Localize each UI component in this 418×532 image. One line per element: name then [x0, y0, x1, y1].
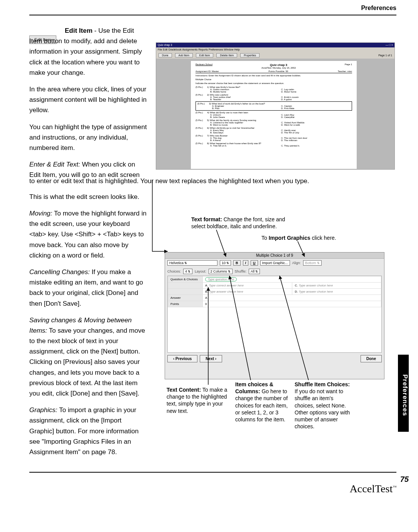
ss2-title: Multiple Choice 1 of 9	[165, 253, 384, 259]
ss1-assign-id: Assignment ID: Master	[196, 70, 219, 72]
ss2-import-graphic-button[interactable]: Import Graphic...	[260, 260, 290, 266]
para-saving: Saving changes & Moving between Items: T…	[29, 315, 148, 399]
ss1-school: Renleam School	[196, 63, 212, 70]
page-number: 75	[400, 475, 409, 484]
ss1-titlebar: Quiz chap 3 — □ ×	[156, 43, 394, 47]
para-cancel-em: Cancelling Changes:	[29, 268, 90, 276]
rule-bottom	[29, 472, 396, 473]
para-moving-rest: To move the highlight forward in the edi…	[29, 210, 147, 259]
ss1-question-row: (5 Pts.)4) What did Emily use to mow the…	[196, 111, 352, 118]
ss1-edit-item-button[interactable]: Edit Item	[196, 53, 214, 57]
ss1-question-row: (5 Pts.)5) What did the family do every …	[196, 119, 352, 126]
para-enter-edit-em: Enter & Edit Text:	[29, 161, 80, 168]
ss1-question-row: (5 Pts.)1) What was Emily's house like?A…	[196, 86, 352, 93]
ss1-toolbar: Done Add Item Edit Item Delete Item Prop…	[156, 52, 394, 59]
para-edit-item: Edit Item - Use the Edit Item button to …	[29, 25, 148, 78]
para-graphics: Graphics: To import a graphic in your as…	[29, 405, 148, 457]
ss2-opt-c-field[interactable]: Type answer choice here	[299, 284, 333, 287]
ss2-choices-select[interactable]: 4⇅	[183, 269, 192, 274]
para-moving-em: Moving:	[29, 210, 52, 217]
ss1-question-row: (5 Pts.)3) What kind of work did Emily's…	[196, 101, 352, 111]
ss2-shuffle-value: All	[251, 269, 255, 273]
ss1-properties-button[interactable]: Properties	[240, 53, 260, 57]
ss1-page-no: Page 1	[345, 63, 352, 70]
ss2-previous-button[interactable]: ‹ Previous	[167, 355, 197, 362]
ss1-delete-item-button[interactable]: Delete Item	[216, 53, 237, 57]
ss2-answer-label: Answer	[168, 295, 203, 301]
ss2-bold-button[interactable]: B	[233, 260, 241, 266]
ss1-instructions: Instructions: Enter the Assignment ID sh…	[196, 74, 352, 77]
logo-text: AccelTest	[350, 483, 393, 495]
callout-import-graphics: To Import Graphics click here.	[261, 234, 362, 241]
body-column-2: Moving: To move the highlight forward in…	[29, 208, 148, 463]
ss1-questions: (5 Pts.)1) What was Emily's house like?A…	[196, 86, 352, 147]
ss2-opt-b-field[interactable]: Type answer choice here	[209, 290, 243, 293]
para-moving: Moving: To move the highlight forward in…	[29, 208, 148, 261]
callout-text-content-bold: Text Content:	[167, 387, 201, 393]
ss2-font-select[interactable]: Helvetica⇅	[167, 260, 217, 266]
ss1-window-title: Quiz chap 3	[158, 43, 172, 47]
callout-shuffle-bold: Shuffle Item Choices:	[295, 381, 350, 387]
callout-text-format-bold: Text format:	[191, 216, 222, 222]
ss2-choices-label: Choices:	[167, 269, 181, 273]
ss2-layout-select[interactable]: 2 Columns⇅	[209, 269, 233, 274]
logo-acceltest: AccelTest™	[350, 483, 396, 495]
callout-shuffle: Shuffle Item Choices: If you do not want…	[295, 381, 352, 430]
updown-icon: ⇅	[228, 270, 231, 273]
ss2-answer-value[interactable]: A	[203, 295, 381, 301]
ss2-opt-a-field[interactable]: Type correct answer here	[209, 284, 244, 287]
ss1-question-row: (5 Pts.)2) Who was LawfordA. Town police…	[196, 94, 352, 101]
para-graphics-rest: To import a graphic in your assignment, …	[29, 406, 138, 456]
ss2-opt-c-label: C.	[295, 284, 298, 287]
ss2-underline-button[interactable]: U	[251, 260, 258, 266]
ss2-opt-d-field[interactable]: Type answer choice here	[299, 290, 333, 293]
ss1-done-button[interactable]: Done	[158, 53, 172, 57]
ss2-format-row: Helvetica⇅ 10⇅ B I U Import Graphic... A…	[165, 259, 384, 267]
ss2-next-button[interactable]: Next ›	[200, 355, 222, 362]
ss2-size-select[interactable]: 10⇅	[220, 260, 231, 266]
ss1-question-row: (5 Pts.)8) What happened to their house …	[196, 142, 352, 147]
para-edit-screen-intro: This is what the edit screen looks like.	[29, 192, 365, 202]
callout-import-graphics-pre: To	[261, 235, 269, 241]
para-highlight-type: You can highlight the type of assignment…	[29, 122, 148, 153]
ss2-opt-b-label: B.	[205, 290, 208, 293]
screenshot-edit-window: Multiple Choice 1 of 9 Helvetica⇅ 10⇅ B …	[165, 252, 384, 379]
callout-shuffle-rest: If you do not want to shuffle an item's …	[295, 388, 350, 429]
para-graphics-em: Graphics:	[29, 406, 57, 414]
ss2-italic-button[interactable]: I	[243, 260, 249, 266]
ss1-question-row: (5 Pts.)7) Who was BowserA. The dogB. A …	[196, 135, 352, 141]
updown-icon: ⇅	[317, 261, 320, 265]
ss2-align-select[interactable]: Bottom⇅	[303, 260, 322, 266]
ss2-done-button[interactable]: Done	[361, 355, 382, 362]
callout-import-graphics-bold: Import Graphics	[269, 235, 310, 241]
updown-icon: ⇅	[255, 270, 258, 273]
ss2-align-value: Bottom	[305, 261, 316, 265]
ss1-question-row: (5 Pts.)6) When did Emily go to visit he…	[196, 127, 352, 134]
ss2-align-label: Align:	[292, 261, 301, 265]
ss1-page-preview: Renleam School Quiz chap 3 AccelTest: Mo…	[191, 61, 357, 169]
para-enter-edit-wide: to enter or edit text that is highlighte…	[29, 176, 365, 186]
wide-paragraph: to enter or edit text that is highlighte…	[29, 176, 365, 207]
body-column-1: Edit Item - Use the Edit Item button to …	[29, 25, 148, 186]
ss1-window-controls: — □ ×	[386, 43, 393, 47]
ss1-quiz-date: AccelTest: Monday, July 15, 2002	[212, 67, 345, 69]
ss1-content-area: Renleam School Quiz chap 3 AccelTest: Mo…	[156, 59, 394, 170]
ss2-opt-d-label: D.	[295, 290, 298, 293]
ss1-info-row: Assignment ID: Master Points Possible: 5…	[196, 70, 352, 73]
ss2-layout-label: Layout:	[195, 269, 206, 273]
ss1-add-item-button[interactable]: Add Item	[175, 53, 193, 57]
ss2-shuffle-select[interactable]: All⇅	[249, 269, 260, 274]
ss1-page-indicator: Page 1 of 1	[378, 54, 392, 57]
ss2-question-field[interactable]: Type question here	[205, 277, 237, 281]
ss1-quiz-title: Quiz chap 3	[212, 63, 345, 67]
callout-text-content: Text Content: To make a change to the hi…	[167, 386, 228, 414]
callout-text-format: Text format: Change the font, size and s…	[191, 216, 299, 230]
ss2-opt-a-label: A.	[205, 284, 208, 287]
para-cancel: Cancelling Changes: If you make a mistak…	[29, 267, 148, 309]
ss1-points: Points Possible: 50	[268, 70, 288, 72]
side-tab-preferences: Preferences	[398, 355, 409, 432]
ss2-points-value[interactable]: 0	[203, 301, 381, 307]
screenshot-assignment-window: Quiz chap 3 — □ × File Edit Gradebook As…	[156, 42, 395, 170]
ss1-direction: Indicate the answer choice that best com…	[196, 82, 352, 84]
ss2-font-value: Helvetica	[169, 261, 184, 265]
